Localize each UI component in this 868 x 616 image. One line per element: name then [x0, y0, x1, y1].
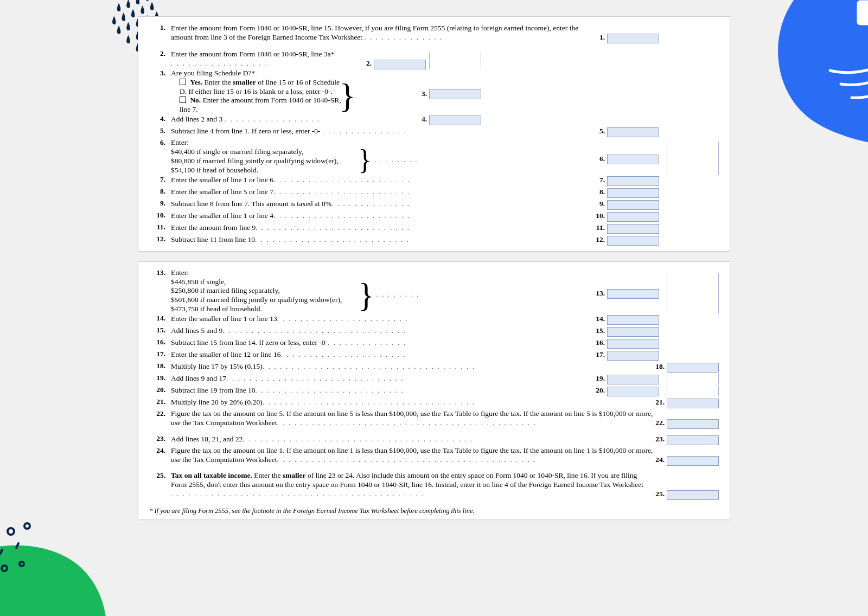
line-22: 22.Figure the tax on the amount on line …: [149, 409, 719, 434]
input-line-24[interactable]: [667, 456, 719, 466]
svg-point-2: [8, 528, 14, 535]
input-line-13[interactable]: [607, 289, 659, 299]
line-9: 9.Subtract line 8 from line 7. This amou…: [149, 199, 719, 211]
input-line-25[interactable]: [667, 490, 719, 500]
line-3: 3. Are you filing Schedule D?* Yes. Ente…: [149, 69, 719, 114]
input-line-8[interactable]: [607, 188, 659, 198]
input-line-20[interactable]: [607, 387, 659, 396]
line-5: 5. Subtract line 4 from line 1. If zero …: [149, 126, 719, 138]
line-7: 7.Enter the smaller of line 1 or line 67…: [149, 175, 719, 187]
line-11: 11.Enter the amount from line 911.: [149, 223, 719, 235]
input-line-6[interactable]: [607, 155, 659, 164]
line-23: 23.Add lines 18, 21, and 2223.: [149, 434, 719, 446]
line-15: 15.Add lines 5 and 915.: [149, 326, 719, 338]
line-20: 20.Subtract line 19 from line 1020.: [149, 386, 719, 397]
line-10: 10.Enter the smaller of line 1 or line 4…: [149, 211, 719, 223]
line-1: 1. Enter the amount from Form 1040 or 10…: [149, 23, 719, 49]
line-24: 24.Figure the tax on the amount on line …: [149, 446, 719, 471]
line-17: 17.Enter the smaller of line 12 or line …: [149, 350, 719, 362]
input-line-3[interactable]: [429, 89, 481, 99]
input-line-9[interactable]: [607, 200, 659, 210]
line-2: 2. Enter the amount from Form 1040 or 10…: [149, 49, 719, 69]
input-line-10[interactable]: [607, 212, 659, 222]
input-line-5[interactable]: [607, 127, 659, 137]
line-12: 12.Subtract line 11 from line 1012.: [149, 235, 719, 247]
footnote: * If you are filing Form 2555, see the f…: [149, 507, 719, 515]
line-2-text: Enter the amount from Form 1040 or 1040-…: [171, 50, 334, 58]
input-line-12[interactable]: [607, 236, 659, 246]
checkbox-no[interactable]: [180, 97, 186, 103]
line-6: 6. Enter: $40,400 if single or married f…: [149, 138, 719, 175]
line-18: 18.Multiply line 17 by 15% (0.15)18.: [149, 362, 719, 374]
input-line-14[interactable]: [607, 315, 659, 325]
line-19: 19.Add lines 9 and 1719.: [149, 374, 719, 386]
worksheet-page-2: 13. Enter: $445,850 if single, $250,800 …: [138, 261, 730, 520]
input-line-7[interactable]: [607, 176, 659, 186]
input-line-1[interactable]: [607, 34, 659, 43]
line-3-question: Are you filing Schedule D?*: [171, 69, 719, 78]
input-line-21[interactable]: [667, 399, 719, 408]
checkbox-yes[interactable]: [180, 79, 186, 85]
line-8: 8.Enter the smaller of line 5 or line 78…: [149, 187, 719, 199]
input-line-23[interactable]: [667, 435, 719, 445]
input-line-17[interactable]: [607, 351, 659, 361]
svg-point-3: [24, 523, 30, 529]
input-line-15[interactable]: [607, 327, 659, 337]
input-line-2[interactable]: [374, 60, 426, 69]
input-line-11[interactable]: [607, 224, 659, 234]
line-4: 4. Add lines 2 and 3 4.: [149, 114, 719, 126]
worksheet-page-1: 1. Enter the amount from Form 1040 or 10…: [138, 16, 730, 252]
input-line-4[interactable]: [429, 116, 481, 125]
input-line-18[interactable]: [667, 363, 719, 373]
input-line-22[interactable]: [667, 419, 719, 429]
input-line-16[interactable]: [607, 339, 659, 349]
line-25: 25.Tax on all taxable income. Enter the …: [149, 471, 719, 504]
line-13: 13. Enter: $445,850 if single, $250,800 …: [149, 268, 719, 314]
line-21: 21.Multiply line 20 by 20% (0.20)21.: [149, 397, 719, 409]
input-line-19[interactable]: [607, 375, 659, 384]
line-16: 16.Subtract line 15 from line 14. If zer…: [149, 338, 719, 350]
line-14: 14.Enter the smaller of line 1 or line 1…: [149, 314, 719, 326]
